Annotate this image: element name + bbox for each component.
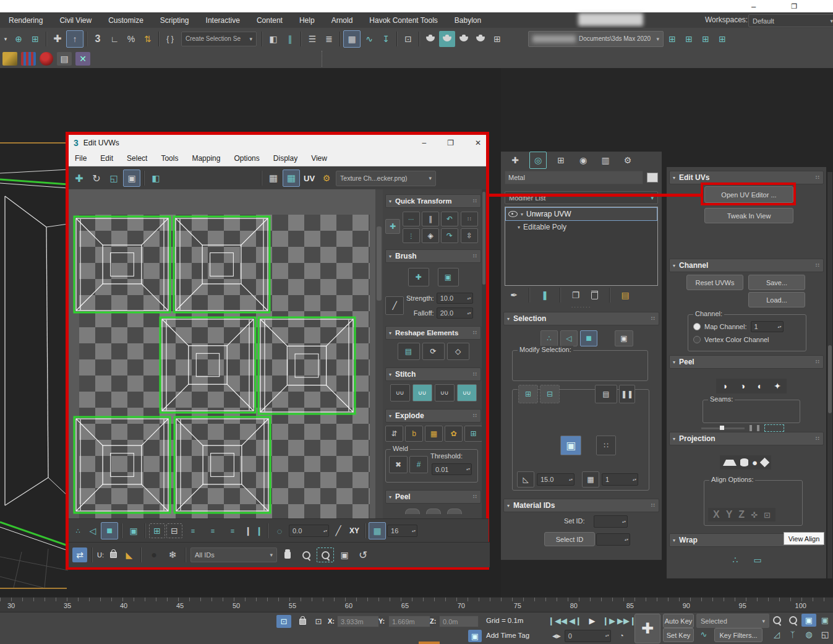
maximize-viewport-icon[interactable]: ◱ (818, 628, 832, 641)
walk-through-icon[interactable]: ᛉ (785, 628, 800, 641)
render-setup-icon[interactable]: ⊡ (400, 31, 416, 47)
zoom-undo-icon[interactable]: ↺ (355, 547, 371, 563)
flatten-polygon-icon[interactable]: b (405, 426, 423, 442)
flatten-custom-icon[interactable]: ⇵ (385, 426, 403, 442)
uvw-peel-header[interactable]: ▾ Peel ∷ (385, 490, 481, 504)
shrink-loop-icon[interactable]: ≡ (223, 523, 242, 539)
reset-uvws-button[interactable]: Reset UVWs (686, 275, 743, 290)
hide-icon[interactable]: ● (146, 547, 162, 563)
set-keys-button[interactable]: ✚ (634, 614, 660, 643)
menu-item-2[interactable]: Customize (108, 16, 143, 25)
box-map-icon[interactable] (760, 458, 770, 468)
uv-channel-label[interactable]: UV (304, 174, 315, 183)
scrollbar-thumb[interactable] (377, 226, 382, 301)
zoom-tool-icon[interactable] (769, 614, 784, 627)
tab-hierarchy-icon[interactable]: ⊞ (553, 152, 569, 168)
peel-rollout-header[interactable]: ▾ Peel ∷ (669, 355, 824, 369)
flatten-elements-icon[interactable]: ⊞ (464, 426, 482, 442)
character-panel-icon[interactable]: ▤ (57, 52, 72, 66)
render-iterative-icon[interactable] (456, 31, 472, 47)
zoom-region-icon[interactable] (317, 547, 334, 562)
filter-faces-icon[interactable]: ◣ (122, 547, 136, 563)
zoom-extents-icon[interactable]: ▣ (336, 547, 352, 563)
grow-selection-icon[interactable]: ⊞ (518, 385, 538, 403)
edit-uvs-rollout-header[interactable]: ▾ Edit UVs ∷ (669, 171, 824, 184)
uv-scale-icon[interactable]: ◱ (106, 170, 122, 186)
spinner-arrows[interactable]: ▴▾ (468, 312, 471, 315)
select-element-icon[interactable]: ▣ (560, 436, 581, 455)
seam-tool-1[interactable] (750, 425, 752, 431)
orbit-icon[interactable]: ◍ (801, 628, 816, 641)
spinner-arrows[interactable]: ▴▾ (605, 634, 609, 637)
falloff-curve-icon[interactable]: ╱ (385, 296, 404, 315)
peel-reset-icon[interactable]: ◐ (752, 380, 768, 392)
uv-edge-mode-icon[interactable]: ◁ (86, 523, 100, 539)
containers-icon[interactable] (2, 52, 17, 66)
tab-motion-icon[interactable]: ◉ (575, 152, 591, 168)
move-brush-icon[interactable]: ✚ (408, 268, 429, 286)
paste-icon[interactable]: ⊕ (11, 31, 27, 47)
sphere-tool-icon[interactable] (40, 52, 53, 66)
vertex-mode-icon[interactable]: ∴ (540, 330, 558, 346)
spinner-arrows[interactable]: ▴▾ (466, 468, 470, 471)
relax-element-icon[interactable]: ⟳ (422, 343, 445, 360)
go-to-start-button[interactable]: ❙◀◀ (549, 614, 566, 627)
y-coordinate-field[interactable]: 1.669m (388, 616, 430, 627)
x-coordinate-field[interactable]: 3.933m (337, 616, 379, 627)
set-key-button[interactable]: Set Key (663, 628, 694, 642)
panel-scrollbar[interactable] (827, 172, 832, 578)
layer-manager-icon[interactable]: ☰ (304, 31, 320, 47)
grow-loop-icon[interactable]: ≡ (203, 523, 222, 539)
seam-slider[interactable] (701, 427, 745, 429)
qt-move-icon[interactable]: ✚ (385, 219, 400, 234)
window-minimize-button[interactable]: – (751, 2, 756, 11)
straighten-icon[interactable]: ▤ (398, 343, 420, 360)
tab-utilities-icon[interactable]: ⚙ (620, 152, 636, 168)
uv-canvas[interactable] (69, 189, 383, 518)
quick-transform-header[interactable]: ▾ Quick Transform ∷ (385, 194, 481, 208)
absolute-offset-icon[interactable]: ⇄ (72, 547, 87, 562)
uvw-menu-6[interactable]: Display (273, 154, 297, 163)
spinner-arrows[interactable]: ▴▾ (777, 325, 781, 328)
select-id-button[interactable]: Select ID (544, 532, 595, 546)
scene-explorer-icon[interactable]: ≣ (321, 31, 337, 47)
workspace-icon-2[interactable]: ⊞ (681, 31, 697, 47)
cylindrical-map-icon[interactable] (740, 458, 748, 466)
view-align-icon[interactable]: ⊡ (764, 510, 771, 520)
tab-create-icon[interactable]: ✚ (507, 152, 523, 168)
menu-item-0[interactable]: Rendering (9, 16, 43, 25)
rendered-frame-icon[interactable]: ⊞ (489, 31, 505, 47)
surface-wrap-icon[interactable]: ▭ (751, 553, 764, 567)
offset-mode-icon[interactable]: ⊡ (311, 615, 326, 628)
spinner-arrows[interactable]: ▴▾ (468, 297, 471, 300)
align-element-icon[interactable]: ◈ (422, 228, 439, 243)
freeze-icon[interactable]: ❄ (164, 547, 181, 563)
scrollbar-thumb[interactable] (482, 192, 485, 285)
element-mode-icon[interactable]: ▣ (615, 330, 633, 346)
toggle-scene-explorer-icon[interactable]: ▦ (343, 30, 361, 48)
uvw-close-button[interactable]: ✕ (475, 139, 481, 147)
strength-spinner[interactable]: 10.0 ▴▾ (437, 293, 473, 304)
curve-editor-icon[interactable]: ∿ (361, 31, 377, 47)
map-channel-spinner[interactable]: 1 ▴▾ (751, 321, 784, 332)
rotate-cw-icon[interactable]: ↷ (441, 228, 458, 243)
current-frame-spinner[interactable]: 0 ▴▾ (565, 630, 611, 642)
grid-size-spinner[interactable]: 16 ▴▾ (387, 525, 417, 537)
grow-uv-selection-icon[interactable]: ⊞ (149, 523, 165, 538)
make-unique-icon[interactable]: ❐ (570, 287, 581, 303)
menu-item-9[interactable]: Babylon (455, 16, 481, 25)
frame-step-arrows-icon[interactable]: ◀▶ (552, 633, 561, 639)
menu-item-5[interactable]: Content (257, 16, 283, 25)
pin-stack-icon[interactable]: ✒ (508, 287, 519, 303)
object-color-swatch[interactable] (647, 173, 658, 182)
selection-rollout-header[interactable]: ▾ Selection ∷ (503, 312, 659, 325)
selection-lock-icon[interactable] (295, 615, 310, 628)
next-frame-button[interactable]: ❙▶ (601, 614, 617, 627)
key-selection-dropdown[interactable]: Selected ▾ (696, 614, 769, 628)
brush-header[interactable]: ▾ Brush ∷ (385, 249, 481, 263)
zoom-extents-all-icon[interactable]: ▣ (801, 614, 816, 627)
align-horizontal-icon[interactable]: ⋯ (403, 212, 420, 226)
show-end-result-icon[interactable]: ❚ (539, 287, 550, 303)
default-in-out-tangent-icon[interactable]: ∿ (696, 628, 711, 641)
project-folder-dropdown[interactable]: Documents\3ds Max 2020 ▾ (528, 31, 664, 47)
